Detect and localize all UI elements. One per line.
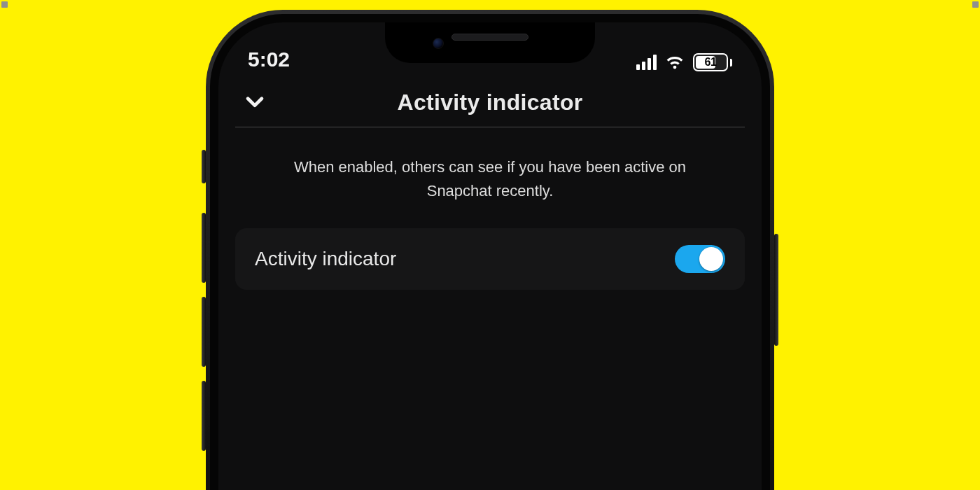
chevron-down-icon [243, 90, 267, 116]
nav-bar: Activity indicator [235, 78, 745, 127]
phone-side-button [202, 381, 206, 451]
activity-indicator-label: Activity indicator [255, 248, 396, 270]
phone-notch [385, 22, 595, 63]
page-title: Activity indicator [397, 90, 582, 115]
phone-frame: 5:02 61 [206, 10, 774, 490]
toggle-knob [699, 247, 723, 271]
phone-volume-down [202, 297, 206, 367]
back-button[interactable] [238, 86, 272, 120]
phone-power-button [774, 234, 778, 346]
status-right-cluster: 61 [636, 53, 732, 71]
phone-front-camera [433, 38, 444, 49]
phone-inner-frame: 5:02 61 [210, 14, 770, 490]
cellular-signal-icon [636, 55, 657, 70]
phone-volume-up [202, 213, 206, 283]
battery-icon: 61 [693, 53, 732, 71]
status-time: 5:02 [248, 48, 290, 71]
wifi-icon [665, 55, 685, 70]
activity-indicator-row[interactable]: Activity indicator [235, 228, 745, 290]
battery-percentage: 61 [694, 56, 727, 69]
phone-screen: 5:02 61 [218, 22, 762, 490]
activity-indicator-toggle[interactable] [675, 245, 725, 273]
page-description: When enabled, others can see if you have… [266, 155, 714, 203]
app-content: Activity indicator When enabled, others … [218, 78, 762, 490]
phone-speaker [451, 34, 528, 41]
background-dot [972, 1, 979, 8]
phone-mute-switch [202, 150, 206, 183]
background-dot [1, 1, 8, 8]
